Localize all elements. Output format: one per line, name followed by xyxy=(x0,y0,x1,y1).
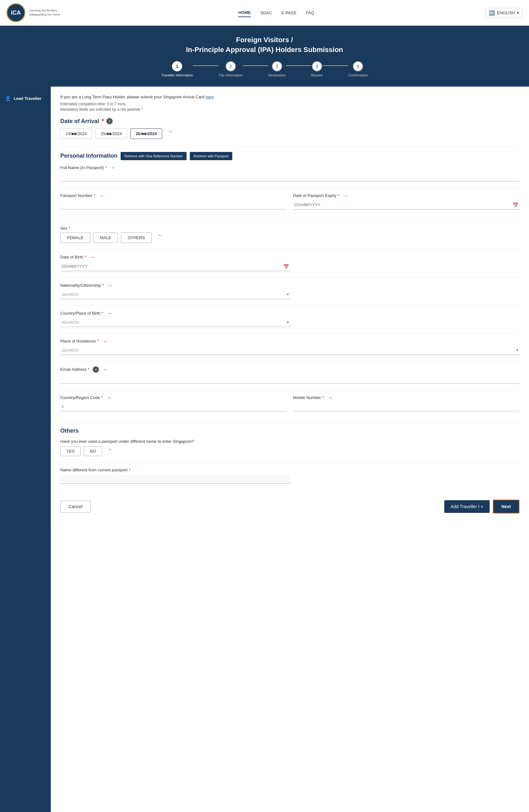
step-2: 2 Trip Information xyxy=(218,61,243,77)
add-traveller-button[interactable]: Add Traveller I + xyxy=(444,500,489,513)
mandatory-note-text: Mandatory fields are indicated by a red … xyxy=(60,107,519,112)
date-buttons-row: 24/■■/2024 25/■■/2024 26/■■/2024 ← xyxy=(60,129,519,139)
sidebar: 👤 Lead Traveller xyxy=(0,87,51,812)
sex-male-btn[interactable]: MALE xyxy=(93,232,118,243)
date-btn-1[interactable]: 24/■■/2024 xyxy=(60,129,92,139)
step-line-3-4 xyxy=(286,66,311,66)
divider-4 xyxy=(60,249,519,250)
step-3-circle: 3 xyxy=(272,61,282,71)
step-4-label: Review xyxy=(311,73,323,77)
step-2-circle: 2 xyxy=(226,61,236,71)
language-selector[interactable]: 🔤 ENGLISH ▾ xyxy=(485,8,523,18)
nationality-group: Nationality/Citizenship * ← SEARCH ▾ xyxy=(60,282,519,299)
person-icon: 👤 xyxy=(5,96,11,102)
date-of-arrival-info-badge[interactable]: i xyxy=(106,118,113,124)
passport-expiry-input[interactable] xyxy=(295,202,513,207)
passport-number-input[interactable] xyxy=(60,201,287,209)
divider-5 xyxy=(60,277,519,278)
country-birth-arrow: ← xyxy=(108,310,113,316)
cancel-button[interactable]: Cancel xyxy=(60,501,91,512)
step-line-1-2 xyxy=(193,66,218,66)
date-of-arrival-section: Date of Arrival * i xyxy=(60,118,519,125)
date-btn-3[interactable]: 26/■■/2024 xyxy=(130,129,162,139)
personal-info-header: Personal Information Retrieve with Visa … xyxy=(60,152,519,160)
divider-1 xyxy=(60,147,519,147)
next-button[interactable]: Next xyxy=(493,499,519,513)
divider-11 xyxy=(60,462,519,463)
full-name-label: Full Name (In Passport) * ← xyxy=(60,165,519,171)
steps-progress: 1 Traveller Information 2 Trip Informati… xyxy=(6,61,523,77)
banner-title: Foreign Visitors /In-Principle Approval … xyxy=(6,35,523,55)
passport-expiry-calendar-icon[interactable]: 📅 xyxy=(513,202,518,207)
long-term-pass-link[interactable]: here xyxy=(206,95,214,99)
name-different-label: Name different from current passport * xyxy=(60,467,519,472)
no-btn[interactable]: NO xyxy=(84,446,102,456)
dob-input[interactable] xyxy=(61,264,283,269)
mobile-number-label: Mobile Number * ← xyxy=(293,395,520,401)
step-line-2-3 xyxy=(243,66,268,66)
email-input[interactable] xyxy=(60,375,519,383)
dob-input-wrapper: 📅 xyxy=(60,262,290,271)
yes-no-arrow: ← xyxy=(109,446,114,456)
email-label: Email Address * i ← xyxy=(60,366,519,373)
full-name-input[interactable] xyxy=(60,173,519,182)
passport-expiry-label: Date of Passport Expiry * ← xyxy=(293,193,520,199)
lead-traveller-label: Lead Traveller xyxy=(14,96,41,101)
passport-different-name-group: Have you ever used a passport under diff… xyxy=(60,439,519,456)
step-3: 3 Declaration xyxy=(268,61,286,77)
ica-logo: ICA xyxy=(6,3,25,22)
mobile-number-input[interactable] xyxy=(293,403,520,411)
page-banner: Foreign Visitors /In-Principle Approval … xyxy=(0,26,529,87)
step-3-label: Declaration xyxy=(268,73,286,77)
step-1: 1 Traveller Information xyxy=(161,61,193,77)
nationality-select[interactable]: SEARCH xyxy=(60,290,290,299)
sex-arrow: ← xyxy=(158,232,163,243)
divider-10 xyxy=(60,422,519,423)
sidebar-item-lead-traveller[interactable]: 👤 Lead Traveller xyxy=(5,93,46,104)
email-group: Email Address * i ← xyxy=(60,366,519,383)
email-info-badge[interactable]: i xyxy=(93,366,99,373)
place-residence-select[interactable]: SEARCH xyxy=(60,346,519,354)
step-4: 4 Review xyxy=(311,61,323,77)
retrieve-visa-btn[interactable]: Retrieve with Visa Reference Number xyxy=(120,152,187,160)
passport-number-label: Passport Number * ← xyxy=(60,193,287,199)
nav-sgac[interactable]: SGAC xyxy=(260,9,272,17)
sex-others-btn[interactable]: OTHERS xyxy=(121,232,152,243)
sex-group: Sex * FEMALE MALE OTHERS ← xyxy=(60,226,519,243)
others-title: Others xyxy=(60,427,519,434)
passport-expiry-input-wrapper: 📅 xyxy=(293,201,520,210)
country-code-input[interactable] xyxy=(60,403,287,411)
date-btn-2[interactable]: 25/■■/2024 xyxy=(95,129,127,139)
divider-2 xyxy=(60,188,519,188)
nav-epass[interactable]: E-PASS xyxy=(282,9,296,17)
country-birth-select[interactable]: SEARCH xyxy=(60,318,290,327)
date-arrow-indicator: ← xyxy=(169,129,174,139)
divider-7 xyxy=(60,333,519,334)
dob-label: Date of Birth * ← xyxy=(60,255,519,260)
nav-home[interactable]: HOME xyxy=(238,9,251,17)
passport-number-arrow: ← xyxy=(100,193,105,199)
step-line-4-5 xyxy=(323,66,348,66)
completion-time-text: Estimated completion time: 5 to 7 mins xyxy=(60,102,519,106)
step-2-label: Trip Information xyxy=(218,73,243,77)
mobile-number-arrow: ← xyxy=(328,395,333,401)
sex-buttons-row: FEMALE MALE OTHERS ← xyxy=(60,232,519,243)
country-birth-select-wrapper: SEARCH ▾ xyxy=(60,318,290,327)
step-5-circle: 5 xyxy=(353,61,363,71)
sex-female-btn[interactable]: FEMALE xyxy=(60,232,90,243)
name-different-input[interactable] xyxy=(60,475,290,484)
country-birth-group: Country/Place of Birth * ← SEARCH ▾ xyxy=(60,310,519,327)
logo-tagline-text: Securing Our Borders, Safeguarding Our H… xyxy=(29,9,67,16)
divider-6 xyxy=(60,305,519,306)
retrieve-passport-btn[interactable]: Retrieve with Passport xyxy=(190,152,232,160)
dob-calendar-icon[interactable]: 📅 xyxy=(283,264,289,269)
main-nav: HOME SGAC E-PASS FAQ xyxy=(238,9,314,17)
nav-faq[interactable]: FAQ xyxy=(306,9,314,17)
passport-expiry-arrow: ← xyxy=(344,193,349,199)
mobile-number-group: Mobile Number * ← xyxy=(293,395,520,411)
country-code-arrow: ← xyxy=(107,395,112,401)
dob-group: Date of Birth * ← 📅 xyxy=(60,255,519,271)
long-term-pass-info: If you are a Long Term Pass Holder, plea… xyxy=(60,95,519,99)
yes-btn[interactable]: YES xyxy=(60,446,81,456)
country-code-group: Country/Region Code * ← xyxy=(60,395,287,411)
